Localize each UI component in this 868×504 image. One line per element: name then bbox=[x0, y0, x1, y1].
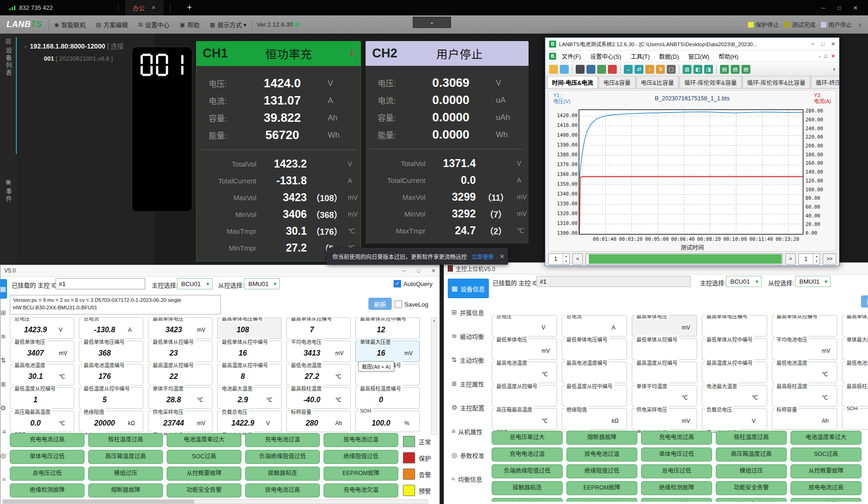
toolbar-menu-help[interactable]: ▣帮助 bbox=[175, 15, 205, 34]
mdi-restore-button[interactable]: □ bbox=[824, 53, 827, 59]
sidebar-item-主控配置[interactable]: ⚙主控配置 bbox=[0, 398, 7, 418]
rows-small-icon[interactable]: ▤ bbox=[720, 65, 729, 74]
insert-right-icon[interactable]: ◨ bbox=[704, 65, 713, 74]
chevron-right-icon[interactable]: › bbox=[859, 20, 861, 29]
device-tree-item[interactable]: 001 [ 20230621001,v8.8 ] bbox=[44, 55, 113, 62]
new-tab-button[interactable]: + bbox=[187, 3, 192, 13]
status-button[interactable]: EEPROM故障 bbox=[566, 481, 637, 495]
status-button[interactable]: SOH过低 bbox=[641, 498, 712, 502]
status-button[interactable]: 充电电池欠温 bbox=[324, 483, 398, 497]
status-button[interactable]: 充电电流过高 bbox=[10, 433, 85, 447]
status-button[interactable]: 接触器粘连 bbox=[245, 467, 320, 481]
status-button[interactable]: 功能安全告警 bbox=[167, 483, 241, 497]
close-button[interactable]: ✕ bbox=[853, 5, 858, 11]
menu-文件(F)[interactable]: 文件(F) bbox=[557, 52, 586, 61]
mdi-close-button[interactable]: ✕ bbox=[831, 53, 835, 59]
remote-tab-close-icon[interactable]: ✕ bbox=[151, 5, 155, 11]
page-spinner-right[interactable]: 1 ▲▼ bbox=[798, 253, 820, 265]
status-button[interactable]: 熔断器故障 bbox=[88, 483, 163, 497]
status-button[interactable]: 放电电流过高 bbox=[790, 481, 861, 495]
collapse-panel-dropdown[interactable]: ⌄ bbox=[413, 17, 451, 28]
maximize-button[interactable]: □ bbox=[417, 268, 420, 274]
zoom-fit-y-icon[interactable]: ⇅ bbox=[656, 65, 665, 74]
insert-left-icon[interactable]: ◧ bbox=[693, 65, 702, 74]
chart-window-titlebar[interactable]: B LANBTS电池测试系统2.12.6.30 - [C:\Users\LANB… bbox=[545, 38, 839, 50]
status-button[interactable]: 单体压差过大 bbox=[566, 498, 637, 502]
menu-帮助(H)[interactable]: 帮助(H) bbox=[714, 52, 743, 61]
remote-tab[interactable]: 办公 ✕ bbox=[125, 0, 163, 15]
master-select-dropdown[interactable]: BCU01▼ bbox=[177, 278, 212, 289]
rail-tab-device-list[interactable]: ▤设备列表 bbox=[0, 37, 17, 77]
spin-up-icon[interactable]: ▲ bbox=[563, 254, 569, 259]
sidebar-item-均衡信息[interactable]: ≈均衡信息 bbox=[0, 469, 7, 489]
status-button[interactable]: 模组过压 bbox=[88, 467, 163, 481]
status-button[interactable]: NTC故障 bbox=[790, 498, 861, 502]
status-button[interactable]: 总电压差过大 bbox=[492, 431, 563, 445]
status-button[interactable]: 负端绝缘阻值过低 bbox=[245, 450, 320, 464]
status-button[interactable]: 放电电流过高 bbox=[245, 483, 320, 497]
chart-tab[interactable]: 时间-电压&电流 bbox=[547, 77, 598, 88]
close-button[interactable]: ✕ bbox=[431, 268, 436, 274]
sidebar-item-被动均衡[interactable]: ≋被动均衡 bbox=[0, 327, 7, 346]
mdi-minimize-button[interactable]: - bbox=[819, 53, 820, 59]
chart-tab[interactable]: 电压&容量 bbox=[599, 77, 635, 88]
spin-up-icon[interactable]: ▲ bbox=[813, 254, 819, 259]
sidebar-item-参数校准[interactable]: ◎参数校准 bbox=[448, 445, 489, 465]
status-button[interactable]: 充电电池过温 bbox=[492, 448, 563, 462]
rows-medium-icon[interactable]: ▤ bbox=[731, 65, 740, 74]
rail-tab-events[interactable]: ▣事件 bbox=[0, 178, 17, 203]
close-button[interactable]: ✕ bbox=[831, 41, 835, 47]
toolbar-menu-display-mode[interactable]: ▦展示方式 ▾ bbox=[205, 15, 251, 34]
status-button[interactable]: SOC过高 bbox=[167, 450, 241, 464]
sidebar-item-主控属性[interactable]: ≣主控属性 bbox=[448, 374, 489, 393]
savelog-checkbox[interactable]: SaveLog bbox=[395, 301, 428, 308]
status-button[interactable]: 接触器粘连 bbox=[492, 481, 563, 495]
sidebar-item-主控属性[interactable]: ≣主控属性 bbox=[0, 374, 7, 394]
status-button[interactable]: 充电电池欠温 bbox=[492, 498, 563, 502]
status-button[interactable]: 负端绝缘阻值过低 bbox=[492, 464, 563, 478]
maximize-button[interactable]: □ bbox=[838, 5, 841, 11]
status-button[interactable]: 高压箱温度过高 bbox=[88, 450, 163, 464]
status-button[interactable]: 正端绝缘阻值过低 bbox=[716, 498, 787, 502]
status-button[interactable]: 高压箱温度过高 bbox=[716, 448, 787, 462]
zoom-x-icon[interactable]: ↔ bbox=[624, 65, 633, 74]
status-button[interactable]: 充电电池过温 bbox=[245, 433, 320, 447]
next-page-button[interactable]: > bbox=[785, 253, 796, 265]
menu-设置中心(S)[interactable]: 设置中心(S) bbox=[586, 52, 626, 61]
minimize-button[interactable]: ─ bbox=[821, 5, 826, 11]
data-safe-icon[interactable] bbox=[576, 65, 585, 74]
refresh-button[interactable]: 刷新 bbox=[368, 298, 392, 310]
sidebar-item-并簇信息[interactable]: ⊞并簇信息 bbox=[0, 303, 7, 322]
split-view-icon[interactable]: ▥ bbox=[683, 65, 692, 74]
status-button[interactable]: 从控概要故障 bbox=[790, 464, 861, 478]
master-select-dropdown[interactable]: BCU01▼ bbox=[726, 276, 762, 287]
prev-page-button[interactable]: < bbox=[572, 253, 583, 265]
zoom-fit-x-icon[interactable]: ⇄ bbox=[635, 65, 643, 74]
last-page-button[interactable]: >> bbox=[823, 253, 836, 265]
status-button[interactable]: 从控概要故障 bbox=[167, 467, 241, 481]
status-button[interactable]: 绝缘阻值过低 bbox=[324, 450, 398, 464]
refresh-button[interactable]: 刷新 bbox=[861, 295, 868, 308]
channel-header[interactable]: CH2用户停止 bbox=[366, 41, 529, 66]
sidebar-item-均衡信息[interactable]: ≈均衡信息 bbox=[448, 469, 489, 489]
status-button[interactable]: SOC过高 bbox=[790, 448, 861, 462]
status-button[interactable]: 电池温度差过大 bbox=[790, 431, 861, 445]
sidebar-item-主控配置[interactable]: ⚙主控配置 bbox=[448, 398, 489, 417]
schedule-alert-icon[interactable] bbox=[608, 65, 617, 74]
menu-工具(T)[interactable]: 工具(T) bbox=[626, 52, 655, 61]
toolbar-menu-smart-link[interactable]: ◉智能联机 bbox=[49, 15, 91, 34]
status-button[interactable]: 放电电池过温 bbox=[324, 433, 398, 447]
status-button[interactable]: 总电压过低 bbox=[641, 464, 712, 478]
sidebar-item-从机属性[interactable]: ≡从机属性 bbox=[448, 421, 489, 441]
autoquery-checkbox[interactable]: ✓AutoQuery bbox=[394, 280, 432, 287]
status-button[interactable]: 电池温度差过大 bbox=[167, 433, 241, 447]
sidebar-item-主动均衡[interactable]: ⇅主动均衡 bbox=[0, 350, 7, 370]
maximize-button[interactable]: □ bbox=[821, 41, 825, 47]
horizontal-scrollbar[interactable] bbox=[2, 499, 428, 504]
toolbar-menu-plan-edit[interactable]: ▤方案编辑 bbox=[91, 15, 133, 34]
page-progress-bar[interactable] bbox=[586, 253, 782, 265]
sidebar-item-被动均衡[interactable]: ≋被动均衡 bbox=[448, 326, 489, 346]
curve-config-icon[interactable] bbox=[597, 65, 606, 74]
status-button[interactable]: 放电电池过温 bbox=[566, 448, 637, 462]
status-button[interactable]: 绝缘检测故障 bbox=[10, 483, 85, 497]
